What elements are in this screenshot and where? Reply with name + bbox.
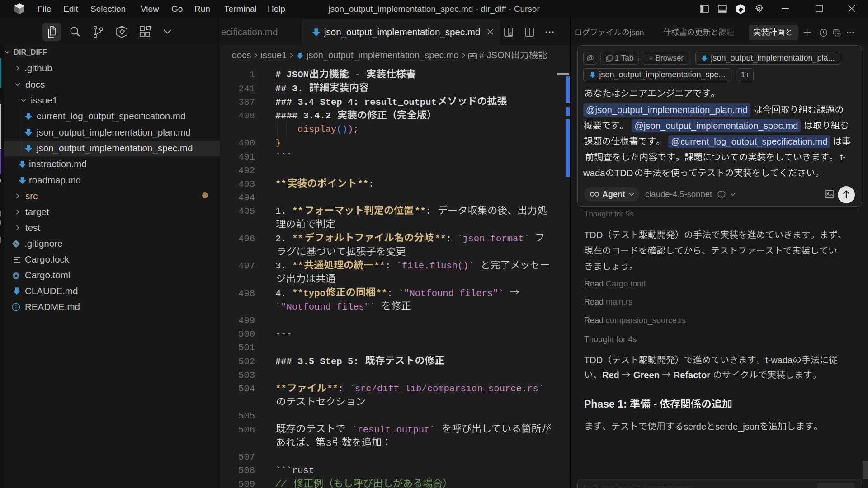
svg-text:abc: abc xyxy=(470,54,476,58)
